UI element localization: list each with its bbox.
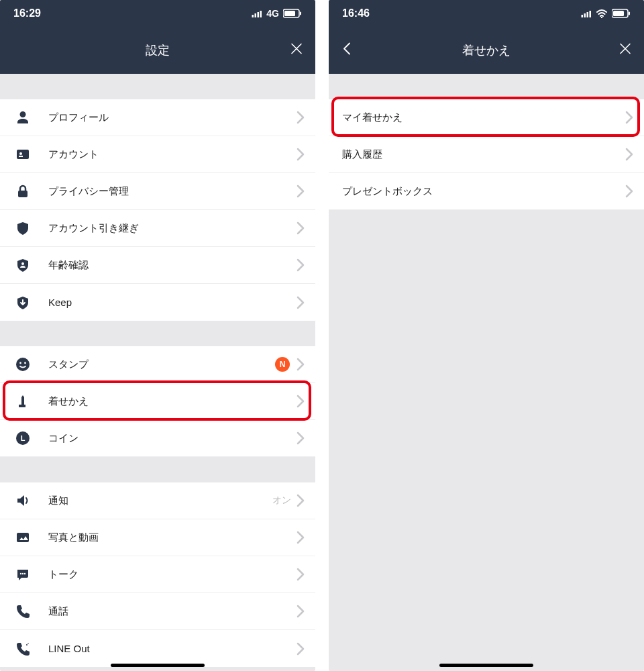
brush-icon — [13, 392, 32, 411]
chevron-right-icon — [297, 605, 305, 618]
network-label: 4G — [266, 8, 279, 19]
chat-icon — [13, 565, 32, 584]
smiley-icon — [13, 355, 32, 374]
status-time: 16:46 — [342, 7, 370, 19]
photo-icon — [13, 528, 32, 547]
item-present-box[interactable]: プレゼントボックス — [329, 173, 644, 210]
list-group-account: プロフィール アカウント プライバシー管理 アカウント引き継ぎ 年齢確認 Kee… — [0, 99, 315, 321]
item-keep[interactable]: Keep — [0, 284, 315, 321]
chevron-right-icon — [297, 568, 305, 581]
chevron-right-icon — [625, 185, 633, 198]
item-label: アカウント — [48, 148, 297, 161]
chevron-right-icon — [297, 111, 305, 124]
item-label: LINE Out — [48, 643, 297, 654]
chevron-right-icon — [297, 494, 305, 507]
section-gap — [0, 74, 315, 99]
item-stamps[interactable]: スタンプ N — [0, 346, 315, 383]
item-photos-videos[interactable]: 写真と動画 — [0, 519, 315, 556]
signal-icon — [581, 9, 592, 17]
id-card-icon — [13, 145, 32, 164]
item-coins[interactable]: コイン — [0, 420, 315, 457]
close-button[interactable] — [619, 42, 632, 59]
shield-person-icon — [13, 256, 32, 274]
battery-icon — [283, 9, 302, 18]
navbar: 着せかえ — [329, 27, 644, 74]
item-notifications[interactable]: 通知 オン — [0, 482, 315, 519]
item-account[interactable]: アカウント — [0, 136, 315, 173]
item-label: プレゼントボックス — [342, 185, 625, 198]
item-value: オン — [272, 495, 291, 507]
item-profile[interactable]: プロフィール — [0, 99, 315, 136]
list-group-general: 通知 オン 写真と動画 トーク 通話 LINE Out — [0, 482, 315, 667]
statusbar: 16:29 4G — [0, 0, 315, 27]
chevron-right-icon — [297, 642, 305, 656]
chevron-right-icon — [297, 395, 305, 408]
item-label: 着せかえ — [48, 395, 297, 408]
phone-left: 16:29 4G 設定 プロフィール アカウント プライバシー管理 — [0, 0, 315, 671]
signal-icon — [252, 9, 262, 17]
shield-icon — [13, 219, 32, 238]
item-age-verify[interactable]: 年齢確認 — [0, 247, 315, 284]
item-label: マイ着せかえ — [342, 111, 625, 124]
list-group-shop: スタンプ N 着せかえ コイン — [0, 346, 315, 457]
back-icon — [341, 42, 353, 56]
item-label: コイン — [48, 432, 297, 445]
phone-out-icon — [13, 639, 32, 658]
new-badge: N — [275, 357, 290, 372]
item-label: プライバシー管理 — [48, 185, 297, 198]
chevron-right-icon — [297, 531, 305, 544]
item-label: アカウント引き継ぎ — [48, 222, 297, 235]
item-calls[interactable]: 通話 — [0, 593, 315, 630]
coin-icon — [13, 429, 32, 448]
page-title: 設定 — [146, 42, 170, 58]
home-indicator — [111, 664, 205, 667]
chevron-right-icon — [297, 258, 305, 272]
battery-icon — [612, 9, 631, 18]
section-gap — [0, 321, 315, 346]
back-button[interactable] — [341, 42, 353, 60]
status-indicators — [581, 9, 631, 18]
list-group-themes: マイ着せかえ 購入履歴 プレゼントボックス — [329, 99, 644, 210]
lock-icon — [13, 182, 32, 201]
close-icon — [290, 42, 303, 56]
navbar: 設定 — [0, 27, 315, 74]
item-themes[interactable]: 着せかえ — [0, 383, 315, 420]
home-indicator — [439, 664, 533, 667]
status-time: 16:29 — [13, 7, 41, 19]
chevron-right-icon — [625, 111, 633, 124]
chevron-right-icon — [625, 148, 633, 161]
chevron-right-icon — [297, 431, 305, 445]
person-icon — [13, 108, 32, 127]
item-my-themes[interactable]: マイ着せかえ — [329, 99, 644, 136]
item-line-out[interactable]: LINE Out — [0, 630, 315, 667]
phone-right: 16:46 着せかえ マイ着せかえ 購入履歴 プレゼントボックス — [329, 0, 644, 671]
item-label: トーク — [48, 568, 297, 581]
section-gap — [0, 457, 315, 482]
chevron-right-icon — [297, 358, 305, 371]
chevron-right-icon — [297, 296, 305, 309]
speaker-icon — [13, 491, 32, 510]
status-indicators: 4G — [252, 8, 302, 19]
section-gap — [329, 74, 644, 99]
chevron-right-icon — [297, 221, 305, 235]
item-label: 購入履歴 — [342, 148, 625, 161]
item-account-transfer[interactable]: アカウント引き継ぎ — [0, 210, 315, 247]
phone-icon — [13, 602, 32, 621]
item-label: 通知 — [48, 495, 272, 507]
item-label: プロフィール — [48, 111, 297, 124]
item-label: 通話 — [48, 605, 297, 618]
item-purchase-history[interactable]: 購入履歴 — [329, 136, 644, 173]
item-label: 写真と動画 — [48, 531, 297, 544]
statusbar: 16:46 — [329, 0, 644, 27]
close-icon — [619, 42, 632, 56]
chevron-right-icon — [297, 148, 305, 161]
chevron-right-icon — [297, 185, 305, 198]
item-label: 年齢確認 — [48, 259, 297, 272]
item-label: Keep — [48, 297, 297, 308]
page-title: 着せかえ — [462, 42, 511, 58]
close-button[interactable] — [290, 42, 303, 59]
item-privacy[interactable]: プライバシー管理 — [0, 173, 315, 210]
item-label: スタンプ — [48, 358, 275, 371]
wifi-icon — [596, 9, 608, 18]
item-talk[interactable]: トーク — [0, 556, 315, 593]
